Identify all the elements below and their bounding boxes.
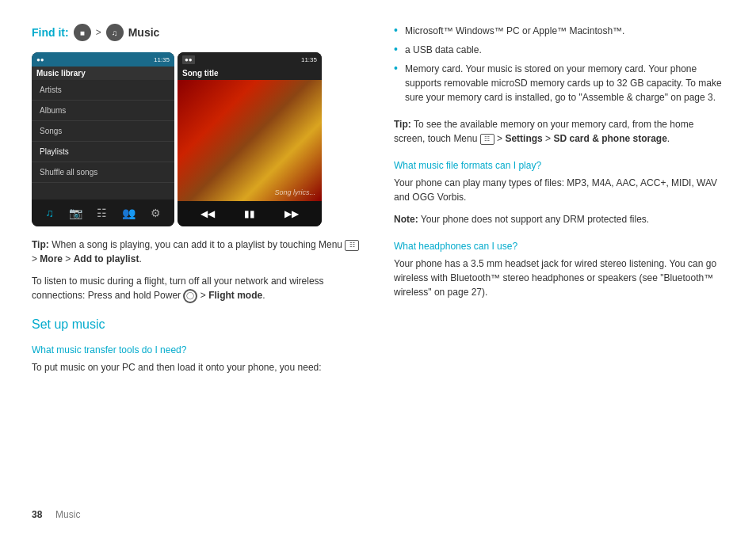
tip1-label: Tip: — [32, 239, 49, 250]
song-lyrics-overlay: Song lyrics... — [274, 188, 315, 196]
right-status-time: 11:35 — [301, 56, 317, 63]
right-phone-title: Song title — [178, 67, 322, 80]
bullet-windows: Microsoft™ Windows™ PC or Apple™ Macinto… — [394, 24, 724, 38]
subsection2-header: What music file formats can I play? — [394, 160, 724, 171]
phones-container: ●● 11:35 Music library Artists Albums So… — [32, 52, 362, 226]
tip1-more: > More > Add to playlist. — [32, 253, 142, 264]
menu-icon: ■ — [74, 24, 91, 41]
menu-inline-icon: ☷ — [345, 240, 359, 251]
left-status-time: 11:35 — [154, 56, 170, 63]
right-phone-status-bar: ●● 11:35 — [178, 52, 322, 67]
page-footer: 38 Music — [32, 509, 80, 520]
phone-right: ●● 11:35 Song title Song lyrics... ◀◀ ▮▮… — [178, 52, 322, 226]
page-container: Find it: ■ > ♫ Music ●● 11:35 Music libr… — [0, 0, 756, 536]
body1-paragraph: To listen to music during a flight, turn… — [32, 274, 362, 303]
body1-text: To listen to music during a flight, turn… — [32, 276, 324, 301]
body3-paragraph: Your phone can play many types of files:… — [394, 176, 724, 204]
body4-paragraph: Your phone has a 3.5 mm headset jack for… — [394, 257, 724, 299]
menu-songs: Songs — [32, 121, 174, 142]
music-icon: ♫ — [106, 24, 124, 41]
find-it-label: Find it: — [32, 26, 69, 39]
bullet-usb: a USB data cable. — [394, 43, 724, 57]
menu-inline-icon2: ☷ — [480, 134, 494, 145]
left-status-left: ●● — [36, 56, 44, 63]
arrow-chevron: > — [96, 27, 101, 38]
footer-section — [45, 509, 53, 520]
subsection3-header: What headphones can I use? — [394, 241, 724, 252]
note-text: Your phone does not support any DRM prot… — [421, 214, 649, 225]
left-phone-status-bar: ●● 11:35 — [32, 52, 174, 67]
requirements-list: Microsoft™ Windows™ PC or Apple™ Macinto… — [394, 24, 724, 109]
tip1-paragraph: Tip: When a song is playing, you can add… — [32, 238, 362, 266]
tip2-paragraph: Tip: To see the available memory on your… — [394, 117, 724, 146]
note-label: Note: — [394, 214, 418, 225]
left-column: Find it: ■ > ♫ Music ●● 11:35 Music libr… — [32, 24, 362, 512]
music-nav-icon: ♫ — [45, 207, 54, 219]
tip2-label: Tip: — [394, 119, 411, 130]
note-paragraph: Note: Your phone does not support any DR… — [394, 212, 724, 226]
album-art: Song lyrics... — [178, 80, 322, 201]
menu-shuffle: Shuffle all songs — [32, 162, 174, 183]
menu-playlists: Playlists — [32, 142, 174, 162]
left-phone-title: Music library — [32, 67, 174, 80]
grid-nav-icon: ☷ — [97, 207, 107, 219]
power-inline-icon: ◯ — [183, 289, 197, 303]
page-number: 38 — [32, 509, 42, 520]
tip2-settings: > Settings > SD card & phone storage. — [497, 133, 670, 144]
settings-nav-icon: ⚙ — [151, 207, 161, 219]
set-up-music-header: Set up music — [32, 317, 362, 332]
prev-button[interactable]: ◀◀ — [200, 208, 215, 219]
menu-artists: Artists — [32, 80, 174, 101]
body1-flight: > Flight mode. — [200, 290, 265, 301]
find-it-header: Find it: ■ > ♫ Music — [32, 24, 362, 41]
body2-paragraph: To put music on your PC and then load it… — [32, 360, 362, 374]
phone-left: ●● 11:35 Music library Artists Albums So… — [32, 52, 174, 226]
footer-section-name: Music — [55, 509, 80, 520]
menu-albums: Albums — [32, 101, 174, 121]
people-nav-icon: 👥 — [122, 207, 136, 219]
play-pause-button[interactable]: ▮▮ — [244, 208, 255, 219]
left-phone-bottom-bar: ♫ 📷 ☷ 👥 ⚙ — [32, 200, 174, 226]
subsection1-header: What music transfer tools do I need? — [32, 344, 362, 355]
right-column: Microsoft™ Windows™ PC or Apple™ Macinto… — [394, 24, 724, 512]
camera-nav-icon: 📷 — [69, 207, 82, 219]
bullet-memory: Memory card. Your music is stored on you… — [394, 62, 724, 105]
next-button[interactable]: ▶▶ — [284, 208, 299, 219]
tip1-text: When a song is playing, you can add it t… — [52, 239, 345, 250]
left-phone-menu: Artists Albums Songs Playlists Shuffle a… — [32, 80, 174, 200]
music-label: Music — [128, 26, 160, 39]
right-status-left: ●● — [182, 55, 195, 64]
right-phone-controls: ◀◀ ▮▮ ▶▶ — [178, 201, 322, 226]
